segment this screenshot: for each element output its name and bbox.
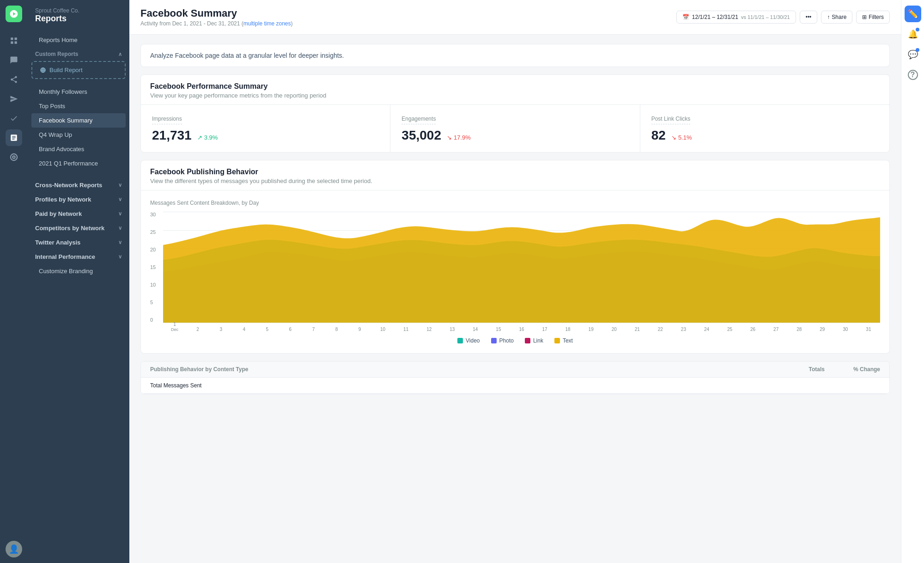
right-rail-notifications[interactable]: 🔔 (905, 26, 921, 43)
metric-engagements: Engagements 35,002 ↘ 17.9% (390, 105, 640, 152)
header-left: Facebook Summary Activity from Dec 1, 20… (140, 7, 293, 27)
chevron-down-icon: ∨ (118, 239, 122, 245)
chart-y-axis: 30 25 20 15 10 5 0 (150, 212, 163, 332)
sidebar-custom-reports-header[interactable]: Custom Reports ∧ (28, 47, 129, 59)
compose-icon: ✏️ (908, 9, 918, 19)
impressions-label: Impressions (152, 116, 182, 124)
sidebar-header: Sprout Coffee Co. Reports (28, 7, 129, 33)
chart-legend: Video Photo Link Text (150, 337, 880, 344)
chevron-down-icon: ∨ (118, 254, 122, 260)
chart-x-axis: 1Dec 2 3 4 5 6 7 8 9 10 11 12 13 (163, 323, 880, 332)
right-rail-help[interactable]: ? (905, 67, 921, 83)
publishing-card-title: Facebook Publishing Behavior (150, 168, 880, 176)
link-color-dot (525, 338, 530, 343)
calendar-icon: 📅 (682, 14, 689, 20)
chat-badge (916, 48, 919, 52)
metric-post-link-clicks: Post Link Clicks 82 ↘ 5.1% (640, 105, 889, 152)
table-card: Publishing Behavior by Content Type Tota… (140, 361, 890, 394)
info-banner: Analyze Facebook page data at a granular… (140, 44, 890, 67)
svg-rect-2 (11, 42, 13, 44)
table-header: Publishing Behavior by Content Type Tota… (141, 361, 889, 378)
main-content: Facebook Summary Activity from Dec 1, 20… (129, 0, 901, 563)
sidebar-item-reports-home[interactable]: Reports Home (31, 33, 126, 47)
rail-icon-feed[interactable] (6, 32, 22, 49)
video-color-dot (457, 338, 463, 343)
legend-photo: Photo (491, 337, 514, 344)
ellipsis-icon: ••• (806, 14, 812, 20)
rail-icon-reports[interactable] (6, 129, 22, 146)
plus-icon: ⊕ (40, 66, 46, 74)
performance-card-header: Facebook Performance Summary View your k… (141, 75, 889, 105)
sidebar-group-internal[interactable]: Internal Performance ∨ (28, 250, 129, 264)
metric-impressions: Impressions 21,731 ↗ 3.9% (141, 105, 390, 152)
sidebar-item-facebook-summary[interactable]: Facebook Summary (31, 113, 126, 128)
svg-rect-0 (11, 37, 13, 40)
post-link-clicks-value: 82 ↘ 5.1% (651, 128, 878, 143)
performance-card-title: Facebook Performance Summary (150, 82, 880, 91)
date-range-button[interactable]: 📅 12/1/21 – 12/31/21 vs 11/1/21 – 11/30/… (676, 11, 796, 24)
photo-color-dot (491, 338, 497, 343)
sidebar-item-monthly-followers[interactable]: Monthly Followers (31, 85, 126, 99)
rail-icon-listening[interactable] (6, 149, 22, 165)
filter-icon: ⊞ (862, 14, 867, 20)
text-color-dot (554, 338, 560, 343)
engagements-change: ↘ 17.9% (447, 134, 470, 141)
table-row-change (825, 382, 880, 389)
right-rail-compose[interactable]: ✏️ (905, 6, 921, 22)
chart-plot: 1Dec 2 3 4 5 6 7 8 9 10 11 12 13 (163, 212, 880, 332)
publishing-card-subtitle: View the different types of messages you… (150, 177, 880, 184)
publishing-card: Facebook Publishing Behavior View the di… (140, 160, 890, 354)
user-avatar[interactable]: 👤 (6, 541, 22, 557)
right-rail-chat[interactable]: 💬 (905, 46, 921, 63)
filters-button[interactable]: ⊞ Filters (856, 11, 890, 24)
chart-container: Messages Sent Content Breakdown, by Day … (141, 190, 889, 353)
engagements-label: Engagements (401, 116, 436, 124)
sidebar-group-competitors[interactable]: Competitors by Network ∨ (28, 221, 129, 235)
more-options-button[interactable]: ••• (800, 11, 818, 24)
publishing-card-header: Facebook Publishing Behavior View the di… (141, 160, 889, 190)
rail-icon-publish[interactable] (6, 91, 22, 107)
sidebar-group-paid-by-network[interactable]: Paid by Network ∨ (28, 207, 129, 221)
post-link-clicks-change: ↘ 5.1% (671, 134, 692, 141)
sidebar-item-q4-wrap-up[interactable]: Q4 Wrap Up (31, 128, 126, 142)
sidebar-group-cross-network[interactable]: Cross-Network Reports ∨ (28, 178, 129, 192)
metrics-row: Impressions 21,731 ↗ 3.9% Engagements 35… (141, 105, 889, 152)
rail-icon-tasks[interactable] (6, 110, 22, 127)
table-col-main: Publishing Behavior by Content Type (150, 366, 769, 373)
impressions-value: 21,731 ↗ 3.9% (152, 128, 379, 143)
page-title: Facebook Summary (140, 7, 293, 19)
section-title: Reports (35, 14, 122, 24)
page-subtitle: Activity from Dec 1, 2021 - Dec 31, 2021… (140, 20, 293, 27)
build-report-button[interactable]: ⊕ Build Report (31, 61, 126, 79)
post-link-clicks-label: Post Link Clicks (651, 116, 691, 124)
sidebar-group-profiles-by-network[interactable]: Profiles by Network ∨ (28, 192, 129, 207)
chart-svg (163, 212, 880, 323)
rail-icon-messages[interactable] (6, 52, 22, 68)
notification-badge (916, 28, 919, 31)
chevron-up-icon: ∧ (118, 51, 122, 57)
performance-card-subtitle: View your key page performance metrics f… (150, 92, 880, 99)
sidebar-item-brand-advocates[interactable]: Brand Advocates (31, 142, 126, 156)
performance-card: Facebook Performance Summary View your k… (140, 74, 890, 153)
svg-rect-1 (15, 37, 17, 40)
table-row-totals (769, 382, 825, 389)
page-header: Facebook Summary Activity from Dec 1, 20… (129, 0, 901, 35)
table-col-change: % Change (825, 366, 880, 373)
header-right: 📅 12/1/21 – 12/31/21 vs 11/1/21 – 11/30/… (676, 11, 890, 24)
content-area: Analyze Facebook page data at a granular… (129, 35, 901, 563)
share-button[interactable]: ↑ Share (821, 11, 852, 24)
rail-icon-social[interactable] (6, 71, 22, 88)
legend-video: Video (457, 337, 480, 344)
company-name: Sprout Coffee Co. (35, 7, 122, 14)
app-logo (6, 6, 22, 22)
chevron-down-icon: ∨ (118, 182, 122, 188)
sidebar-item-customize-branding[interactable]: Customize Branding (31, 264, 126, 278)
share-icon: ↑ (827, 14, 830, 20)
chart-label: Messages Sent Content Breakdown, by Day (150, 200, 880, 206)
table-first-row: Total Messages Sent (141, 378, 889, 394)
chart-area: 30 25 20 15 10 5 0 (150, 212, 880, 332)
sidebar-group-twitter[interactable]: Twitter Analysis ∨ (28, 235, 129, 250)
sidebar-item-top-posts[interactable]: Top Posts (31, 99, 126, 113)
sidebar-item-q1-performance[interactable]: 2021 Q1 Performance (31, 156, 126, 171)
legend-link: Link (525, 337, 543, 344)
